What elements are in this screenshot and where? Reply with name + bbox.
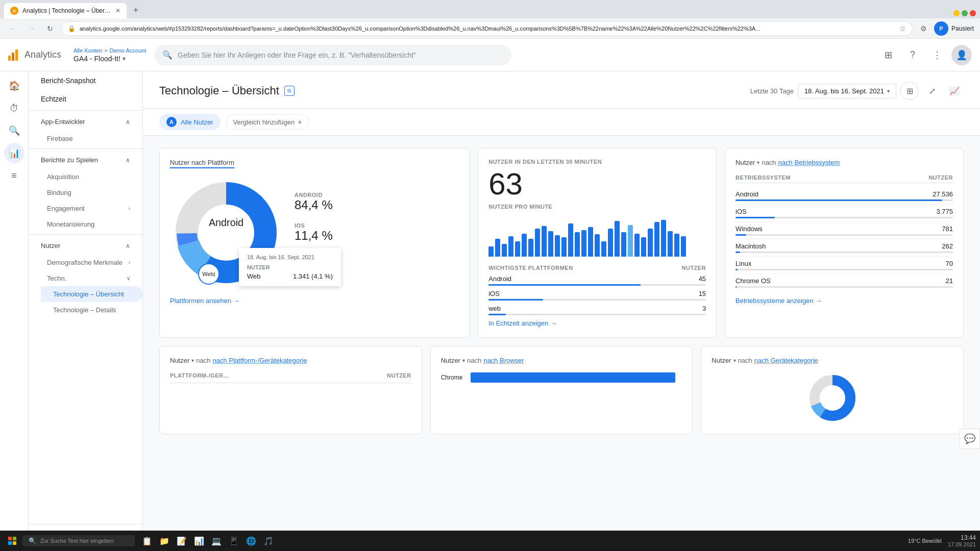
bar-15 (581, 230, 586, 257)
search-placeholder-text: Geben Sie hier Ihr Anliegen oder Ihre Fr… (178, 51, 416, 59)
url-bar[interactable]: 🔒 analytics.google.com/analytics/web/#p1… (61, 21, 913, 36)
topbar-search[interactable]: 🔍 Geben Sie hier Ihr Anliegen oder Ihre … (154, 45, 511, 65)
platforms-table-header: WICHTIGSTE PLATTFORMEN NUTZER (488, 265, 706, 271)
forward-button[interactable]: → (24, 21, 39, 36)
taskbar-search-bar[interactable]: 🔍 Zur Suche Text hier eingeben (22, 535, 135, 546)
os-android-bar (736, 199, 942, 201)
svg-rect-9 (8, 537, 12, 540)
platform-card-title: Nutzer nach Plattform (170, 159, 459, 168)
dc-title2[interactable]: nach Gerätekategorie (754, 357, 818, 364)
platform-android-bar (488, 284, 641, 286)
taskbar-icon-3[interactable]: 📝 (174, 533, 190, 549)
feedback-button[interactable]: 💬 (960, 429, 980, 449)
device-category-card: Nutzer ▾ nach nach Gerätekategorie (701, 346, 964, 434)
insights-button[interactable]: 📈 (945, 82, 964, 100)
chevron-up-nutzer: ∧ (126, 242, 130, 249)
os-card-title: Nutzer ▾ nach nach Betriebssystem (736, 159, 953, 166)
page-link-icon[interactable]: ⧉ (284, 86, 295, 96)
os-android-bar-container (736, 199, 953, 201)
bc-title2[interactable]: nach Browser (483, 357, 524, 364)
os-row-ios: iOS 3.775 (736, 205, 953, 222)
platform-web-name: web (488, 305, 501, 312)
bar-8 (535, 229, 540, 257)
help-icon-button[interactable]: ? (902, 45, 923, 65)
minimize-button[interactable] (953, 10, 960, 16)
os-macintosh-bar (736, 252, 740, 253)
sidebar-rail-reports[interactable]: ≡ (4, 165, 24, 186)
filter-bar: A Alle Nutzer Vergleich hinzufügen + (143, 109, 980, 136)
tab-favicon: G (10, 7, 18, 15)
taskbar-icon-8[interactable]: 🎵 (260, 533, 277, 549)
realtime-view-link[interactable]: In Echtzeit anzeigen → (488, 319, 706, 327)
taskbar-icon-5[interactable]: 💻 (208, 533, 225, 549)
os-view-link[interactable]: Betriebssysteme anzeigen → (736, 297, 953, 305)
nav-item-bericht-snapshot[interactable]: Bericht-Snapshot (29, 71, 142, 90)
taskbar-icon-2[interactable]: 📁 (156, 533, 173, 549)
add-comparison-button[interactable]: Vergleich hinzufügen + (226, 114, 310, 130)
browser-tab[interactable]: G Analytics | Technologie – Übers... ✕ (4, 3, 127, 18)
nav-item-echtzeit[interactable]: Echtzeit (29, 90, 142, 108)
bookmark-icon[interactable]: ☆ (899, 24, 906, 33)
nav-item-bindung[interactable]: Bindung (41, 185, 130, 201)
tab-close-icon[interactable]: ✕ (115, 7, 120, 14)
profile-avatar[interactable]: P (934, 21, 948, 36)
os-macintosh-name: Macintosh (736, 242, 766, 250)
grid-icon-button[interactable]: ⊞ (878, 45, 898, 65)
os-windows-bar (736, 234, 746, 236)
maximize-button[interactable] (962, 10, 968, 16)
sidebar-rail-active[interactable]: 📊 (4, 143, 24, 163)
pd-table-header: PLATTFORM-/GER... NUTZER (170, 372, 411, 383)
nav-item-demografische[interactable]: Demografische Merkmale › (41, 255, 130, 270)
nav-item-firebase[interactable]: Firebase (41, 131, 130, 146)
os-chromeos-name: Chrome OS (736, 277, 771, 285)
svg-text:Android: Android (209, 217, 243, 228)
sidebar-rail-home[interactable]: 🏠 (4, 76, 24, 96)
nav-item-engagement[interactable]: Engagement › (41, 201, 130, 216)
sidebar-rail-search[interactable]: 🔍 (4, 120, 24, 141)
extensions-button[interactable]: ⚙ (917, 21, 931, 36)
platform-view-link[interactable]: Plattformen ansehen → (170, 297, 459, 305)
taskbar-icon-6[interactable]: 📱 (226, 533, 242, 549)
url-text: analytics.google.com/analytics/web/#p153… (80, 26, 895, 32)
nav-item-monetarisierung[interactable]: Monetarisierung (41, 216, 130, 232)
share-button[interactable]: ⤢ (923, 82, 941, 100)
chevron-right-engagement: › (129, 206, 130, 211)
reload-button[interactable]: ↻ (43, 21, 57, 36)
svg-rect-12 (13, 541, 16, 545)
section-header-berichte[interactable]: Berichte zu Spielen ∧ (41, 151, 130, 169)
pd-title2[interactable]: nach Plattform-/Gerätekategorie (213, 357, 307, 364)
nav-sub-item-tech-details[interactable]: Technologie – Details (41, 302, 130, 318)
filter-chip-all-users[interactable]: A Alle Nutzer (159, 114, 220, 130)
new-tab-button[interactable]: + (129, 3, 143, 17)
taskbar-icon-7[interactable]: 🌐 (243, 533, 259, 549)
device-chart-placeholder (712, 372, 953, 423)
nav-item-akquisition[interactable]: Akquisition (41, 169, 130, 185)
os-row-chromeos: Chrome OS 21 (736, 274, 953, 291)
bar-9 (542, 226, 547, 257)
account-selector[interactable]: GA4 - Flood-It! ▾ (74, 55, 146, 63)
account-selector-chevron: ▾ (122, 55, 126, 62)
sidebar-rail-realtime[interactable]: ⏱ (4, 98, 24, 118)
add-comparison-label: Vergleich hinzufügen (233, 118, 295, 126)
nav-sub-item-tech-ubersicht[interactable]: Technologie – Übersicht (41, 286, 142, 302)
breadcrumb-account[interactable]: Alle Konten (74, 47, 102, 54)
windows-start-button[interactable] (4, 533, 20, 549)
more-options-button[interactable]: ⋮ (927, 45, 947, 65)
section-header-app-entwickler[interactable]: App-Entwickler ∧ (41, 113, 130, 131)
taskbar-icon-1[interactable]: 📋 (139, 533, 155, 549)
dc-nutzer: Nutzer (712, 357, 731, 364)
back-button[interactable]: ← (6, 21, 20, 36)
taskbar-icon-4[interactable]: 📊 (191, 533, 207, 549)
main-content: Technologie – Übersicht ⧉ Letzte 30 Tage… (143, 71, 980, 551)
close-button[interactable] (970, 10, 976, 16)
nav-item-techn[interactable]: Techn. ∨ (41, 270, 130, 286)
breadcrumb-property[interactable]: Demo Account (110, 47, 146, 54)
date-range-selector[interactable]: 18. Aug. bis 16. Sept. 2021 ▾ (798, 84, 896, 98)
os-title-dropdown[interactable]: nach Betriebssystem (778, 159, 840, 166)
browser-card-title: Nutzer ▾ nach nach Browser (441, 357, 682, 364)
os-windows-count: 781 (942, 225, 953, 233)
section-header-nutzer[interactable]: Nutzer ∧ (41, 237, 130, 255)
account-avatar-topbar[interactable]: 👤 (951, 45, 972, 65)
taskbar-date: 17.09.2021 (948, 541, 976, 547)
customize-report-button[interactable]: ⊞ (900, 82, 919, 100)
